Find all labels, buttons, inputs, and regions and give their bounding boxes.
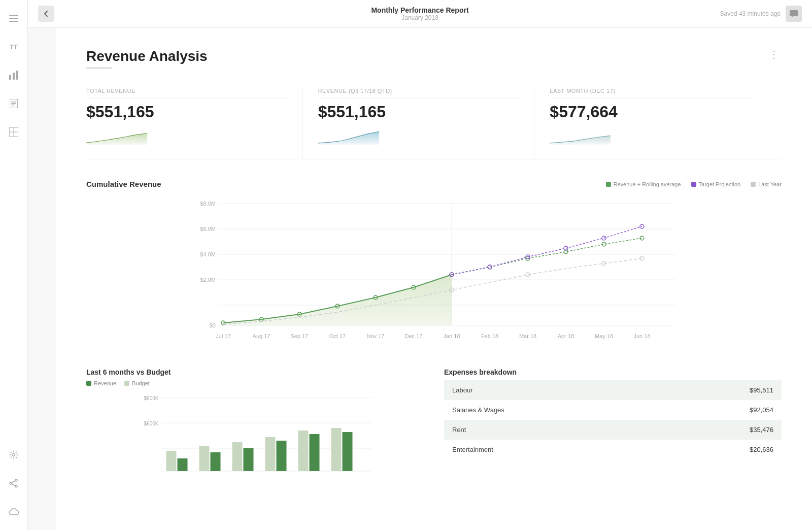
kpi-qtd-revenue: REVENUE (Q3 17/18 QTD) $551,165 xyxy=(318,88,535,159)
svg-point-16 xyxy=(10,482,12,484)
cloud-icon[interactable] xyxy=(6,504,22,520)
svg-text:$6.0M: $6.0M xyxy=(200,226,216,232)
revenue-bar-2 xyxy=(211,452,221,471)
svg-rect-0 xyxy=(9,15,18,16)
legend-label-rev: Revenue xyxy=(94,380,116,386)
bottom-row: Last 6 months vs Budget Revenue Budget $… xyxy=(86,368,782,486)
svg-text:Jul 17: Jul 17 xyxy=(216,333,230,339)
svg-text:Jan 18: Jan 18 xyxy=(443,333,460,339)
svg-text:Aug 17: Aug 17 xyxy=(253,333,270,339)
svg-line-18 xyxy=(12,484,15,486)
more-options-button[interactable]: ⋮ xyxy=(766,48,782,60)
svg-text:May 18: May 18 xyxy=(595,333,613,339)
expenses-list: Labour $95,511 Salaries & Wages $92,054 … xyxy=(444,380,782,459)
legend-label-target: Target Projection xyxy=(699,181,741,187)
svg-rect-2 xyxy=(9,21,18,22)
kpi-last-month: LAST MONTH (Dec 17) $577,664 xyxy=(550,88,766,159)
report-title: Monthly Performance Report xyxy=(371,6,468,14)
budget-bar-5 xyxy=(298,430,309,471)
cumulative-revenue-chart: $8.0M $6.0M $4.0M $2.0M $0 xyxy=(86,193,782,346)
legend-revenue-bar: Revenue xyxy=(86,380,116,386)
expense-label-0: Labour xyxy=(452,386,472,394)
expense-label-1: Salaries & Wages xyxy=(452,406,504,414)
expense-label-2: Rent xyxy=(452,426,466,434)
cumulative-chart-title: Cumulative Revenue xyxy=(86,180,161,188)
legend-target: Target Projection xyxy=(691,181,741,187)
bar-chart-svg: $800K $600K xyxy=(86,392,424,484)
kpi-value-2: $577,664 xyxy=(550,103,751,121)
bar-chart-section: Last 6 months vs Budget Revenue Budget $… xyxy=(86,368,424,486)
expense-row-1: Salaries & Wages $92,054 xyxy=(444,400,782,420)
save-status: Saved 43 minutes ago xyxy=(720,10,781,17)
report-subtitle: January 2018 xyxy=(371,14,468,21)
budget-bar-3 xyxy=(232,442,243,471)
chart-bar-icon[interactable] xyxy=(6,67,22,83)
sidebar: TT xyxy=(0,0,28,530)
legend-label-lastyear: Last Year xyxy=(758,181,782,187)
expenses-section: Expenses breakdown Labour $95,511 Salari… xyxy=(444,368,782,486)
svg-text:$800K: $800K xyxy=(144,395,159,401)
svg-point-14 xyxy=(15,479,17,481)
expense-label-3: Entertainment xyxy=(452,446,493,453)
svg-rect-3 xyxy=(9,75,11,80)
legend-label-budget: Budget xyxy=(132,380,150,386)
expense-amount-2: $35,476 xyxy=(750,426,773,434)
kpi-total-revenue: TOTAL REVENUE $551,165 xyxy=(86,88,303,159)
svg-point-15 xyxy=(15,485,17,487)
expense-amount-3: $20,636 xyxy=(750,446,773,453)
menu-icon[interactable] xyxy=(6,10,22,26)
budget-bar-4 xyxy=(265,437,276,471)
expense-row-3: Entertainment $20,636 xyxy=(444,440,782,459)
svg-text:Oct 17: Oct 17 xyxy=(329,333,346,339)
kpi-label-1: REVENUE (Q3 17/18 QTD) xyxy=(318,88,519,98)
section-header: Revenue Analysis ⋮ xyxy=(86,48,782,84)
kpi-value-0: $551,165 xyxy=(86,103,287,121)
svg-text:Feb 18: Feb 18 xyxy=(481,333,498,339)
section-divider xyxy=(86,68,112,69)
topbar-right: Saved 43 minutes ago xyxy=(720,6,802,22)
expense-row-2: Rent $35,476 xyxy=(444,420,782,440)
kpi-row: TOTAL REVENUE $551,165 REVENUE (Q3 17/18… xyxy=(86,88,782,159)
legend-dot-lastyear xyxy=(751,182,756,187)
svg-text:Jun 18: Jun 18 xyxy=(633,333,650,339)
sparkline-1 xyxy=(318,126,379,147)
svg-rect-9 xyxy=(11,105,15,106)
expense-amount-0: $95,511 xyxy=(750,386,773,394)
svg-text:$2.0M: $2.0M xyxy=(200,277,216,283)
legend-label-revenue: Revenue + Rolling average xyxy=(614,181,681,187)
svg-text:$8.0M: $8.0M xyxy=(200,201,216,207)
svg-text:Mar 18: Mar 18 xyxy=(519,333,536,339)
svg-point-13 xyxy=(13,454,15,456)
budget-bar-2 xyxy=(199,446,210,471)
expenses-title: Expenses breakdown xyxy=(444,368,782,376)
table-icon[interactable] xyxy=(6,124,22,140)
sparkline-2 xyxy=(550,126,611,147)
revenue-bar-1 xyxy=(178,458,188,471)
document-icon[interactable] xyxy=(6,95,22,112)
chart-legend: Revenue + Rolling average Target Project… xyxy=(606,181,782,187)
settings-icon[interactable] xyxy=(6,447,22,463)
chat-button[interactable] xyxy=(786,6,802,22)
cumulative-revenue-section: Cumulative Revenue Revenue + Rolling ave… xyxy=(86,180,782,348)
legend-dot-target xyxy=(691,182,696,187)
legend-budget-bar: Budget xyxy=(124,380,150,386)
svg-line-17 xyxy=(12,481,15,483)
svg-text:$0: $0 xyxy=(210,322,216,328)
kpi-label-2: LAST MONTH (Dec 17) xyxy=(550,88,751,98)
svg-text:Apr 18: Apr 18 xyxy=(558,333,574,339)
svg-rect-1 xyxy=(9,18,18,19)
sparkline-0 xyxy=(86,126,147,147)
svg-text:Nov 17: Nov 17 xyxy=(367,333,385,339)
legend-lastyear: Last Year xyxy=(751,181,782,187)
section-title: Revenue Analysis xyxy=(86,48,208,64)
share-icon[interactable] xyxy=(6,475,22,491)
topbar-center: Monthly Performance Report January 2018 xyxy=(371,6,468,21)
bar-chart-title: Last 6 months vs Budget xyxy=(86,368,424,376)
svg-text:$4.0M: $4.0M xyxy=(200,251,216,257)
kpi-label-0: TOTAL REVENUE xyxy=(86,88,287,98)
text-format-icon[interactable]: TT xyxy=(6,39,22,55)
legend-dot-budget xyxy=(124,381,129,386)
expense-amount-1: $92,054 xyxy=(750,406,773,414)
back-button[interactable] xyxy=(38,6,54,22)
legend-dot-revenue xyxy=(606,182,611,187)
